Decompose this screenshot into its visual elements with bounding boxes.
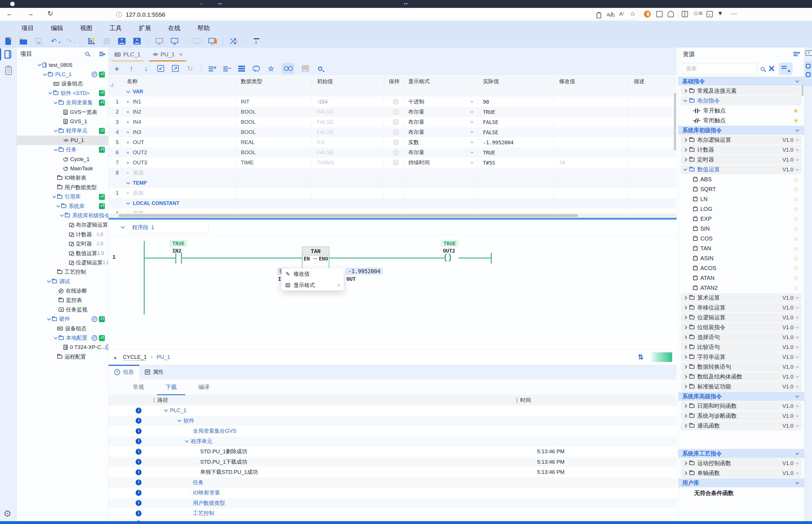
search-icon[interactable] [761,67,764,71]
retain-checkbox[interactable] [393,119,399,125]
browser-menu-icon[interactable]: ⋯ [731,10,737,17]
format-dropdown[interactable]: 布尔量 [403,127,478,137]
resource-item[interactable]: ATAN2 [681,283,802,293]
menu-edit[interactable]: 编辑 [51,24,63,32]
go-offline-icon[interactable] [193,37,201,45]
menu-tools[interactable]: 工具 [109,24,122,32]
star-icon[interactable] [793,196,798,203]
select-all-corner[interactable] [110,79,113,87]
menu-project[interactable]: 项目 [21,24,34,32]
tree-item[interactable]: Cycle_1 [17,154,108,164]
save-icon[interactable] [34,37,43,45]
tree-item[interactable]: 在线诊断 [17,286,108,295]
add-row[interactable]: 1添加 [109,188,677,198]
resource-folder[interactable]: 数组及结构体函数V1.0 [681,372,802,381]
monitor-binoculars-icon[interactable] [282,64,294,73]
star-icon[interactable] [793,108,798,114]
tools-icon[interactable] [768,65,775,72]
menu-item-modify-value[interactable]: ✎修改值 [282,268,344,280]
download-icon[interactable] [302,64,309,73]
scrollbar-thumb[interactable] [118,214,578,217]
dock-panel-toggle[interactable] [805,61,812,86]
tab-info[interactable]: 信息 [109,365,139,379]
undo-icon[interactable]: ↶ [50,37,58,45]
search-icon[interactable] [316,64,324,73]
log-row[interactable]: 单独下载STD.PU_1成功5:13:46 PM [109,467,677,477]
resource-folder[interactable]: 布尔逻辑运算V1.0 [681,135,802,145]
star-icon[interactable] [793,235,798,242]
menu-view[interactable]: 视图 [80,24,93,32]
tree-item[interactable]: 软件 <STD> [17,88,108,98]
group-row[interactable]: TEMP [109,178,677,188]
resource-folder[interactable]: 选择语句V1.0 [681,333,802,342]
resource-folder[interactable]: 字符串运算V1.0 [681,353,802,362]
resource-item[interactable]: LOG [681,204,802,214]
import-icon[interactable] [157,64,164,73]
list-view-icon[interactable] [238,64,245,73]
favorites-list-icon[interactable]: ☆≡ [693,10,703,17]
breadcrumb-pou[interactable]: PU_1 [157,354,170,360]
browser-essentials-icon[interactable]: ♥ [718,10,722,17]
open-project-icon[interactable] [19,37,28,45]
tree-item[interactable]: 定时器1.0 [17,239,108,248]
tree-item[interactable]: 0 T324-XP-C... [17,343,108,352]
swap-icon[interactable]: ⇅ [638,353,644,361]
vertical-scrollbar-thumb[interactable] [674,93,676,150]
log-row[interactable]: 用户数据类型 [109,498,677,508]
go-online-icon[interactable] [170,37,179,45]
resource-folder[interactable]: 运动控制函数V1.0 [681,459,802,468]
contact-bar[interactable] [175,253,176,264]
subtab-general[interactable]: 常规 [133,383,144,391]
table-row[interactable]: 1IN1INT-154十进制90 [109,97,677,107]
download-to-plc-icon[interactable] [117,37,126,45]
modify-cell[interactable] [554,117,629,127]
tree-item[interactable]: 硬件 [17,314,108,324]
address-bar[interactable]: i 127.0.0.1:5556 aあ A⁾ ☆ [110,9,638,20]
move-down-icon[interactable]: ↓ [142,64,150,73]
star-icon[interactable] [793,117,798,124]
resource-item[interactable]: SQRT [681,185,802,194]
resource-folder-open[interactable]: 布尔指令 [681,96,802,105]
tree-item[interactable]: MainTask [17,164,108,173]
star-icon[interactable] [793,285,798,292]
upload-from-plc-icon[interactable] [133,37,141,45]
tree-item[interactable]: GVS_1 [17,117,108,126]
tree-item[interactable]: 调试 [17,277,108,286]
tree-item[interactable]: 计数器1.0 [17,230,108,239]
align-download-icon[interactable] [252,37,261,45]
log-row[interactable]: STD.PU_1删除成功5:13:46 PM [109,446,677,457]
resource-folder[interactable]: 定时器V1.0 [681,155,802,164]
chevron-down-icon[interactable] [121,225,125,229]
resource-folder[interactable]: 位组装指令V1.0 [681,323,802,332]
device-config-icon[interactable] [155,37,164,45]
format-dropdown[interactable]: 布尔量 [403,107,478,117]
contact-variable[interactable]: IN2 [172,248,182,254]
tree-item[interactable]: 引用库 [17,192,108,201]
resource-item[interactable]: SIN [681,224,802,233]
star-icon[interactable] [793,275,798,282]
resource-item[interactable]: ABS [681,175,802,184]
favorites-filter-button[interactable] [779,63,793,75]
menu-item-display-format[interactable]: 显示格式› [282,280,344,291]
collections-icon[interactable]: + [707,11,713,17]
tab-pu1-active[interactable]: </>PU_1× [147,47,189,62]
tab-plc1[interactable]: PLC_1 [109,47,147,62]
retain-checkbox[interactable] [393,140,399,145]
section-header[interactable]: 基础指令 [678,77,804,86]
tree-item[interactable]: 系统库初级指令 [17,211,108,220]
modify-cell[interactable] [554,137,629,147]
table-row[interactable]: 7OUT3TIMET#0MS持续时间T#5ST# [109,158,677,168]
resource-folder[interactable]: 系统与诊断函数V1.0 [681,411,802,421]
log-row[interactable]: 全局变量集合GVS [109,426,677,436]
favorite-star-icon[interactable]: ☆ [630,10,636,18]
star-icon[interactable] [793,255,798,262]
breadcrumb-task[interactable]: CYCLE_1 [123,354,147,361]
resource-item[interactable]: ACOS [681,264,802,273]
settings-gear-icon[interactable]: ⚙ [3,508,12,519]
clipboard-icon[interactable] [597,13,601,18]
tree-item[interactable]: GVS一览表 [17,108,108,117]
project-explorer-icon[interactable] [4,50,11,59]
network-header[interactable]: 程序段1 [109,219,677,235]
resource-item[interactable]: TAN [681,244,802,253]
table-row[interactable]: 3IN4BOOLFALSE布尔量FALSE [109,117,677,127]
